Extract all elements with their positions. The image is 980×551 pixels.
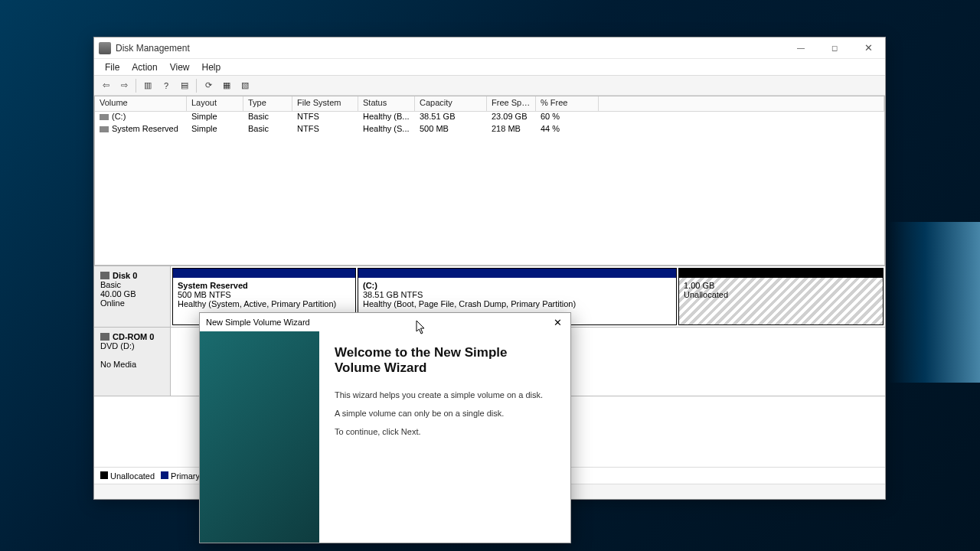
action-icon[interactable]: ▧: [237, 77, 253, 94]
show-hide-tree-icon[interactable]: ▥: [139, 77, 156, 94]
wizard-close-button[interactable]: ✕: [544, 314, 570, 331]
cell-volume: System Reserved: [112, 124, 178, 133]
col-type[interactable]: Type: [243, 96, 292, 112]
menu-action[interactable]: Action: [126, 60, 163, 74]
cell-status: Healthy (B...: [358, 112, 415, 124]
col-status[interactable]: Status: [358, 96, 415, 112]
volume-row[interactable]: System Reserved Simple Basic NTFS Health…: [95, 124, 884, 136]
volume-row[interactable]: (C:) Simple Basic NTFS Healthy (B... 38.…: [95, 112, 884, 124]
cell-fs: NTFS: [292, 124, 358, 136]
cell-type: Basic: [243, 124, 292, 136]
cell-fs: NTFS: [292, 112, 358, 124]
cell-pct: 44 %: [536, 124, 599, 136]
wizard-titlebar[interactable]: New Simple Volume Wizard ✕: [200, 313, 570, 331]
col-pctfree[interactable]: % Free: [536, 96, 599, 112]
wizard-text-1: This wizard helps you create a simple vo…: [335, 390, 555, 399]
cdrom-name: CD-ROM 0: [113, 332, 154, 341]
part-status: Healthy (System, Active, Primary Partiti…: [178, 299, 336, 308]
partition-unallocated[interactable]: 1.00 GB Unallocated: [678, 268, 884, 325]
cell-layout: Simple: [187, 112, 243, 124]
menu-view[interactable]: View: [164, 60, 196, 74]
wizard-title: New Simple Volume Wizard: [206, 318, 310, 327]
part-status: Healthy (Boot, Page File, Crash Dump, Pr…: [363, 299, 576, 308]
col-capacity[interactable]: Capacity: [415, 96, 487, 112]
cell-free: 218 MB: [487, 124, 536, 136]
legend-swatch-primary: [161, 471, 168, 479]
legend-swatch-unalloc: [100, 471, 108, 479]
cell-free: 23.09 GB: [487, 112, 536, 124]
cell-layout: Simple: [187, 124, 243, 136]
disk-header[interactable]: Disk 0 Basic 40.00 GB Online: [94, 266, 171, 327]
wizard-heading: Welcome to the New Simple Volume Wizard: [335, 345, 555, 377]
menu-help[interactable]: Help: [196, 60, 227, 74]
close-button[interactable]: ✕: [851, 37, 885, 59]
cell-status: Healthy (S...: [358, 124, 415, 136]
disk-state: Online: [100, 298, 164, 308]
help-icon[interactable]: ?: [158, 77, 175, 94]
disk-icon: [100, 272, 109, 279]
part-status: Unallocated: [684, 290, 728, 299]
nav-back-icon[interactable]: ⇦: [97, 77, 114, 94]
part-sub: 500 MB NTFS: [178, 290, 231, 299]
col-volume[interactable]: Volume: [95, 96, 187, 112]
disk-type: Basic: [100, 280, 164, 289]
col-layout[interactable]: Layout: [187, 96, 243, 112]
minimize-button[interactable]: ―: [784, 37, 818, 59]
new-simple-volume-wizard: New Simple Volume Wizard ✕ Welcome to th…: [199, 312, 571, 543]
titlebar[interactable]: Disk Management ― ◻ ✕: [94, 37, 885, 59]
wizard-graphic: [200, 331, 319, 543]
cdrom-sub: DVD (D:): [100, 341, 164, 350]
refresh-icon[interactable]: ⟳: [200, 77, 217, 94]
legend-unalloc: Unallocated: [110, 471, 155, 481]
nav-forward-icon[interactable]: ⇨: [116, 77, 132, 94]
part-sub: 1.00 GB: [684, 281, 714, 290]
toolbar: ⇦ ⇨ ▥ ? ▤ ⟳ ▦ ▧: [94, 76, 885, 96]
disk-size: 40.00 GB: [100, 289, 164, 298]
disc-icon: [100, 333, 109, 341]
part-title: (C:): [363, 281, 377, 290]
menubar: File Action View Help: [94, 59, 885, 76]
wizard-text-3: To continue, click Next.: [335, 427, 555, 436]
cell-pct: 60 %: [536, 112, 599, 124]
cell-cap: 500 MB: [415, 124, 487, 136]
wizard-text-2: A simple volume can only be on a single …: [335, 409, 555, 418]
cell-volume: (C:): [112, 112, 126, 121]
col-free[interactable]: Free Spa...: [487, 96, 536, 112]
volume-icon: [100, 126, 109, 132]
col-filesystem[interactable]: File System: [292, 96, 358, 112]
properties-icon[interactable]: ▤: [176, 77, 193, 94]
volume-icon: [100, 114, 109, 120]
app-icon: [99, 42, 111, 54]
window-title: Disk Management: [116, 43, 190, 54]
part-title: System Reserved: [178, 281, 248, 290]
menu-file[interactable]: File: [99, 60, 126, 74]
desktop-accent: [888, 222, 980, 383]
cell-type: Basic: [243, 112, 292, 124]
volume-list[interactable]: Volume Layout Type File System Status Ca…: [94, 96, 885, 266]
rescan-icon[interactable]: ▦: [218, 77, 235, 94]
part-sub: 38.51 GB NTFS: [363, 290, 423, 299]
maximize-button[interactable]: ◻: [818, 37, 851, 59]
cell-cap: 38.51 GB: [415, 112, 487, 124]
cdrom-status: No Media: [100, 360, 164, 369]
volume-list-header[interactable]: Volume Layout Type File System Status Ca…: [95, 96, 884, 112]
disk-name: Disk 0: [113, 271, 137, 280]
disk-header[interactable]: CD-ROM 0 DVD (D:) No Media: [94, 328, 171, 396]
